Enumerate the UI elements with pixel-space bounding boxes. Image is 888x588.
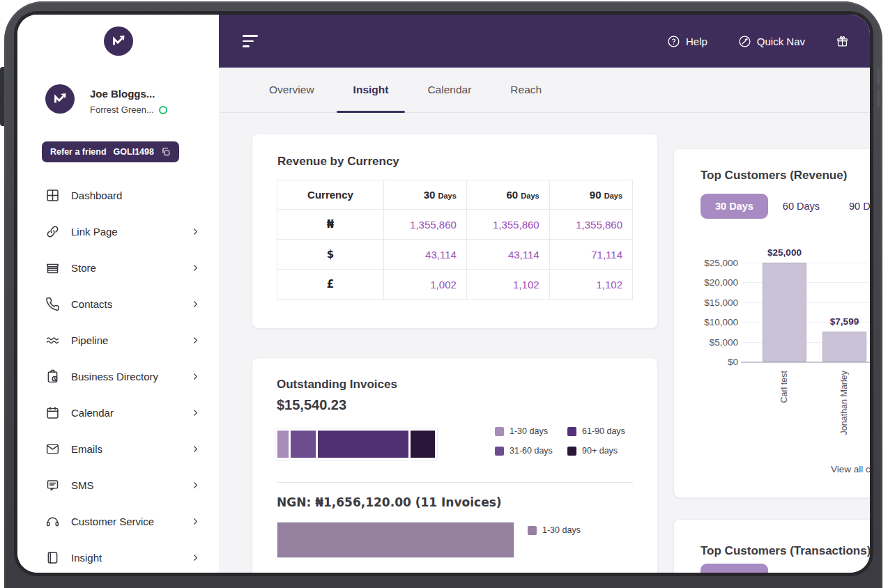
sidebar-item-label: Contacts	[71, 298, 179, 310]
brand-logo	[104, 26, 133, 56]
sidebar-item-customer-service[interactable]: Customer Service	[17, 503, 219, 539]
sidebar-item-label: Business Directory	[71, 371, 179, 382]
column-header: 30 Days	[384, 180, 467, 210]
revenue-value: 1,102	[549, 270, 632, 300]
sidebar: Joe Bloggs... Forrest Green... Refer a f…	[17, 15, 219, 573]
period-tab-30-days[interactable]: 30 Days	[701, 564, 768, 573]
ngn-legend: 1-30 days	[528, 525, 581, 535]
sidebar-item-link-page[interactable]: Link Page	[17, 213, 219, 249]
main-content: OverviewInsightCalendarReach Revenue by …	[219, 68, 870, 573]
online-status-dot	[159, 106, 167, 114]
sidebar-item-contacts[interactable]: Contacts	[17, 286, 219, 322]
card-title: Top Customers (Transactions)	[701, 544, 870, 558]
avatar[interactable]	[45, 84, 75, 114]
table-row: ₦1,355,8601,355,8601,355,860	[277, 210, 633, 240]
page-tabs: OverviewInsightCalendarReach	[219, 68, 870, 113]
sidebar-item-label: Link Page	[71, 226, 179, 238]
compass-icon	[738, 35, 751, 48]
y-axis-tick: $15,000	[674, 297, 738, 307]
aging-legend: 1-30 days61-90 days31-60 days90+ days	[495, 426, 625, 456]
customer-service-icon	[45, 514, 60, 529]
column-header: 60 Days	[466, 180, 549, 210]
sidebar-item-label: Pipeline	[71, 334, 179, 346]
sidebar-item-insight[interactable]: Insight	[17, 539, 219, 573]
currency-symbol: £	[277, 270, 384, 300]
device-edge-ridge	[877, 91, 880, 107]
sidebar-item-dashboard[interactable]: Dashboard	[17, 177, 219, 213]
ngn-aging-bar	[277, 522, 514, 558]
sidebar-item-business-directory[interactable]: Business Directory	[17, 358, 219, 394]
device-edge-ridge	[877, 68, 880, 85]
chevron-right-icon	[190, 444, 201, 454]
legend-label: 1-30 days	[510, 426, 548, 436]
ngn-summary: NGN: ₦1,656,120.00 (11 Invoices)	[277, 495, 502, 509]
card-title: Revenue by Currency	[277, 155, 399, 169]
sidebar-item-sms[interactable]: SMS	[17, 467, 219, 503]
x-axis-label: Jonathan Marley	[839, 371, 849, 435]
period-tab-90-days[interactable]: 90 Days	[834, 194, 870, 219]
quick-nav-label: Quick Nav	[757, 36, 805, 47]
chevron-right-icon	[190, 552, 201, 563]
chevron-right-icon	[190, 335, 201, 346]
outstanding-invoices-card: Outstanding Invoices $15,540.23 1-30 day…	[252, 357, 658, 573]
tab-calendar[interactable]: Calendar	[427, 68, 471, 112]
copy-icon[interactable]	[161, 147, 171, 157]
menu-icon[interactable]	[240, 32, 261, 50]
chevron-right-icon	[190, 299, 201, 309]
insight-icon	[45, 550, 60, 565]
sms-icon	[45, 478, 60, 493]
help-button[interactable]: Help	[667, 35, 707, 48]
bar-value-label: $25,000	[767, 247, 802, 258]
chevron-right-icon	[190, 226, 201, 237]
sidebar-item-label: Customer Service	[71, 516, 179, 527]
business-directory-icon	[45, 369, 60, 384]
legend-swatch	[528, 526, 537, 535]
sidebar-item-label: Store	[71, 262, 179, 274]
tab-overview[interactable]: Overview	[269, 68, 314, 112]
chevron-right-icon	[190, 263, 201, 273]
period-tab-60-days[interactable]: 60 Days	[768, 194, 834, 219]
sidebar-item-calendar[interactable]: Calendar	[17, 394, 219, 431]
column-header: 90 Days	[549, 180, 632, 210]
refer-a-friend-button[interactable]: Refer a friend GOLI1498	[42, 141, 179, 162]
store-icon	[45, 261, 60, 275]
period-tab-30-days[interactable]: 30 Days	[701, 194, 768, 219]
revenue-value: 1,355,860	[384, 210, 467, 240]
chart-bar-jonathan-marley	[822, 332, 866, 362]
contacts-icon	[45, 297, 60, 311]
sidebar-item-store[interactable]: Store	[17, 249, 219, 286]
card-title: Top Customers (Revenue)	[701, 169, 847, 183]
gift-icon	[836, 35, 849, 48]
legend-item-61-90-days: 61-90 days	[567, 426, 625, 436]
emails-icon	[45, 442, 60, 456]
legend-label: 1-30 days	[542, 525, 581, 535]
top-customers-revenue-card: Top Customers (Revenue) 30 Days60 Days90…	[673, 148, 870, 498]
legend-item-1-30-days: 1-30 days	[495, 426, 567, 436]
y-axis-tick: $0	[674, 357, 738, 367]
app-screen: Joe Bloggs... Forrest Green... Refer a f…	[17, 15, 870, 573]
chevron-right-icon	[190, 371, 201, 382]
view-all-customers-link[interactable]: View all customers	[831, 464, 870, 474]
sidebar-item-label: Insight	[71, 552, 179, 564]
quick-nav-button[interactable]: Quick Nav	[738, 35, 805, 48]
chevron-right-icon	[190, 516, 201, 527]
period-tabs: 30 Days60 Days90 Days	[701, 194, 870, 219]
sidebar-item-emails[interactable]: Emails	[17, 431, 219, 467]
user-org: Forrest Green...	[90, 105, 167, 115]
topbar: Help Quick Nav	[219, 15, 870, 68]
aging-segment-90-days	[411, 431, 435, 458]
sidebar-nav: DashboardLink PageStoreContactsPipelineB…	[17, 177, 219, 573]
aging-segment-31-60-days	[291, 431, 316, 458]
calendar-icon	[45, 405, 60, 420]
refer-code: GOLI1498	[114, 147, 154, 157]
tab-reach[interactable]: Reach	[510, 68, 542, 112]
tab-insight[interactable]: Insight	[353, 68, 389, 112]
revenue-table: Currency30 Days60 Days90 Days₦1,355,8601…	[277, 180, 633, 300]
chevron-right-icon	[190, 480, 201, 490]
sidebar-item-pipeline[interactable]: Pipeline	[17, 322, 219, 358]
table-header-row: Currency30 Days60 Days90 Days	[277, 180, 633, 210]
rewards-button[interactable]	[836, 35, 849, 48]
sidebar-item-label: Dashboard	[71, 189, 201, 201]
legend-swatch	[495, 447, 504, 456]
revenue-value: 71,114	[549, 240, 632, 270]
